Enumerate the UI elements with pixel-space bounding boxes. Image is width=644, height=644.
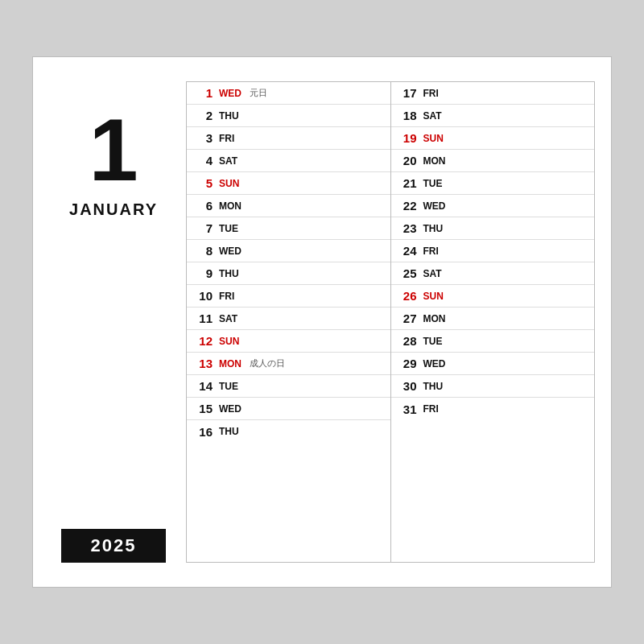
- day-of-week: FRI: [219, 133, 243, 144]
- table-row: 7TUE: [187, 217, 390, 240]
- day-number: 24: [399, 244, 417, 258]
- day-of-week: WED: [219, 403, 243, 415]
- table-row: 1WED元日: [187, 82, 390, 105]
- year-badge: 2025: [61, 529, 166, 563]
- day-of-week: FRI: [219, 291, 243, 302]
- day-of-week: FRI: [423, 246, 448, 257]
- table-row: 25SAT: [391, 262, 595, 285]
- day-of-week: TUE: [219, 223, 243, 234]
- day-number: 5: [195, 176, 213, 190]
- table-row: 12SUN: [187, 330, 390, 353]
- day-of-week: THU: [219, 268, 243, 279]
- day-number: 27: [399, 312, 417, 325]
- day-number: 9: [195, 266, 213, 280]
- table-row: 6MON: [187, 195, 390, 217]
- day-of-week: FRI: [423, 88, 448, 99]
- table-row: 24FRI: [391, 240, 595, 262]
- table-row: 31FRI: [391, 398, 595, 420]
- day-number: 30: [399, 379, 417, 393]
- day-of-week: TUE: [423, 336, 448, 347]
- left-panel: 1 JANUARY 2025: [49, 81, 178, 563]
- day-of-week: MON: [423, 155, 448, 167]
- day-number: 15: [195, 402, 213, 415]
- day-number: 13: [195, 357, 213, 370]
- day-of-week: TUE: [423, 178, 448, 189]
- day-of-week: WED: [219, 246, 243, 257]
- day-number: 26: [399, 289, 417, 303]
- day-number: 4: [195, 154, 213, 167]
- day-number: 2: [195, 109, 213, 122]
- day-of-week: THU: [423, 223, 448, 234]
- day-of-week: MON: [423, 313, 448, 324]
- table-row: 20MON: [391, 150, 595, 172]
- day-note: 成人の日: [250, 357, 382, 369]
- day-of-week: SAT: [219, 155, 243, 167]
- day-number: 12: [195, 334, 213, 348]
- table-row: 8WED: [187, 240, 390, 262]
- day-number: 31: [399, 402, 417, 416]
- day-of-week: SUN: [423, 133, 448, 144]
- table-row: 18SAT: [391, 105, 595, 127]
- day-of-week: WED: [219, 88, 243, 99]
- day-of-week: THU: [219, 110, 243, 122]
- day-of-week: SUN: [219, 336, 243, 347]
- day-of-week: THU: [423, 381, 448, 392]
- day-of-week: SUN: [219, 178, 243, 189]
- day-of-week: TUE: [219, 381, 243, 392]
- month-number: 1: [89, 105, 138, 194]
- day-of-week: MON: [219, 200, 243, 212]
- table-row: 4SAT: [187, 150, 390, 172]
- day-of-week: FRI: [423, 403, 448, 415]
- calendar-page: 1 JANUARY 2025 1WED元日2THU3FRI4SAT5SUN6MO…: [32, 56, 612, 588]
- day-number: 28: [399, 334, 417, 348]
- table-row: 9THU: [187, 262, 390, 285]
- day-number: 29: [399, 357, 417, 370]
- day-of-week: SUN: [423, 291, 448, 302]
- day-of-week: SAT: [423, 268, 448, 279]
- table-row: 3FRI: [187, 127, 390, 150]
- day-number: 10: [195, 289, 213, 303]
- day-number: 6: [195, 199, 213, 213]
- day-number: 20: [399, 154, 417, 167]
- table-row: 21TUE: [391, 172, 595, 195]
- day-number: 23: [399, 221, 417, 235]
- table-row: 26SUN: [391, 285, 595, 308]
- table-row: 22WED: [391, 195, 595, 217]
- day-number: 19: [399, 131, 417, 145]
- day-of-week: SAT: [423, 110, 448, 122]
- day-note: 元日: [250, 87, 382, 99]
- day-number: 16: [195, 425, 213, 439]
- day-number: 14: [195, 379, 213, 393]
- month-name: JANUARY: [69, 200, 158, 219]
- col1: 1WED元日2THU3FRI4SAT5SUN6MON7TUE8WED9THU10…: [187, 82, 391, 562]
- table-row: 23THU: [391, 217, 595, 240]
- day-number: 3: [195, 131, 213, 145]
- calendar-area: 1WED元日2THU3FRI4SAT5SUN6MON7TUE8WED9THU10…: [186, 81, 595, 563]
- day-number: 22: [399, 199, 417, 213]
- table-row: 5SUN: [187, 172, 390, 195]
- table-row: 14TUE: [187, 375, 390, 398]
- day-number: 8: [195, 244, 213, 258]
- day-number: 21: [399, 176, 417, 190]
- day-of-week: THU: [219, 426, 243, 437]
- table-row: 29WED: [391, 353, 595, 375]
- table-row: 2THU: [187, 105, 390, 127]
- day-number: 18: [399, 109, 417, 122]
- table-row: 30THU: [391, 375, 595, 398]
- day-of-week: WED: [423, 200, 448, 212]
- day-number: 7: [195, 221, 213, 235]
- table-row: 17FRI: [391, 82, 595, 105]
- day-number: 11: [195, 312, 213, 325]
- day-of-week: WED: [423, 358, 448, 369]
- table-row: 16THU: [187, 420, 390, 443]
- table-row: 28TUE: [391, 330, 595, 353]
- table-row: 13MON成人の日: [187, 353, 390, 375]
- day-number: 17: [399, 86, 417, 100]
- table-row: 15WED: [187, 398, 390, 420]
- day-number: 25: [399, 266, 417, 280]
- day-number: 1: [195, 86, 213, 100]
- col2: 17FRI18SAT19SUN20MON21TUE22WED23THU24FRI…: [391, 82, 595, 562]
- day-of-week: SAT: [219, 313, 243, 324]
- table-row: 11SAT: [187, 308, 390, 330]
- table-row: 27MON: [391, 308, 595, 330]
